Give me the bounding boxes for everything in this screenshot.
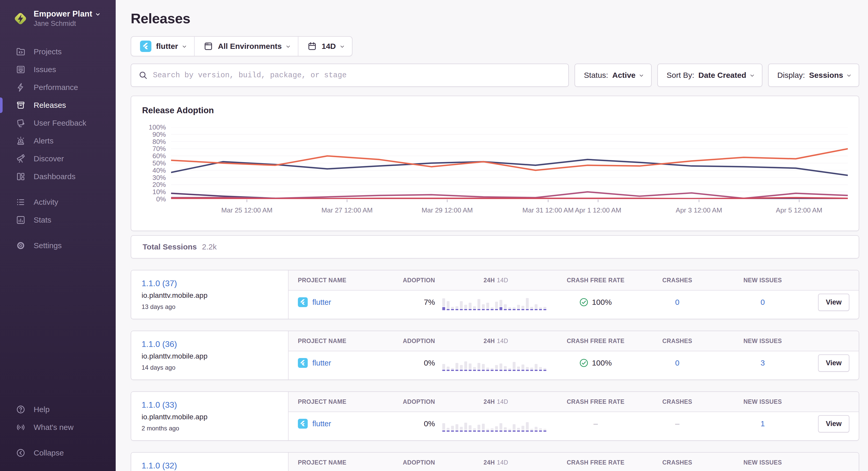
search-and-controls-row: Status: Active Sort By: Date Created Dis… bbox=[131, 64, 859, 87]
chart-y-axis: 100%90%80%70%60%50%40%30%20%10%0% bbox=[142, 127, 166, 199]
x-tick-mark bbox=[548, 200, 548, 202]
col-adoption: ADOPTION bbox=[394, 459, 435, 466]
sidebar-item-label: Discover bbox=[34, 154, 64, 163]
col-adoption: ADOPTION bbox=[394, 398, 435, 405]
project-link[interactable]: flutter bbox=[312, 359, 331, 367]
y-tick-label: 60% bbox=[152, 152, 166, 160]
col-crash-free-rate: CRASH FREE RATE bbox=[557, 338, 634, 345]
y-tick-label: 50% bbox=[152, 159, 166, 167]
col-24h-14d: 24H14D bbox=[435, 459, 557, 466]
release-projects-table: PROJECT NAME ADOPTION 24H14D CRASH FREE … bbox=[288, 331, 859, 379]
col-project-name: PROJECT NAME bbox=[298, 277, 394, 284]
y-tick-label: 90% bbox=[152, 130, 166, 138]
col-14d: 14D bbox=[497, 338, 508, 344]
search-input[interactable] bbox=[153, 71, 561, 79]
new-issues-link[interactable]: 3 bbox=[720, 359, 805, 367]
release-summary: 1.1.0 (32) io.planttv.mobile.app 2 month… bbox=[131, 452, 288, 471]
col-24h-14d: 24H14D bbox=[435, 338, 557, 345]
view-button[interactable]: View bbox=[818, 355, 849, 372]
sort-by-dropdown[interactable]: Sort By: Date Created bbox=[657, 64, 763, 87]
sidebar-item-whats-new[interactable]: What's new bbox=[0, 418, 116, 436]
date-range-filter[interactable]: 14D bbox=[298, 37, 352, 56]
sidebar-item-discover[interactable]: Discover bbox=[0, 150, 116, 168]
sidebar-item-issues[interactable]: Issues bbox=[0, 61, 116, 78]
view-button[interactable]: View bbox=[818, 415, 849, 433]
y-tick-label: 100% bbox=[149, 123, 166, 131]
crashes-link[interactable]: 0 bbox=[634, 359, 720, 367]
project-link[interactable]: flutter bbox=[312, 419, 331, 428]
flutter-project-icon bbox=[140, 41, 151, 52]
chart-title: Release Adoption bbox=[142, 105, 848, 115]
sidebar-item-label: What's new bbox=[34, 423, 73, 432]
sidebar-collapse-button[interactable]: Collapse bbox=[0, 444, 116, 462]
sidebar-item-dashboards[interactable]: Dashboards bbox=[0, 168, 116, 186]
page-title: Releases bbox=[131, 10, 859, 26]
x-tick-label: Apr 1 12:00 AM bbox=[575, 206, 621, 214]
status-dropdown-value: Active bbox=[612, 71, 636, 79]
total-sessions-card: Total Sessions 2.2k bbox=[131, 235, 859, 259]
table-header-row: PROJECT NAME ADOPTION 24H14D CRASH FREE … bbox=[288, 392, 859, 412]
sidebar-item-label: Issues bbox=[34, 65, 56, 74]
table-row: flutter 7% 100% 0 0 View bbox=[288, 291, 859, 314]
release-version-link[interactable]: 1.1.0 (37) bbox=[142, 279, 278, 288]
no-data-dash: – bbox=[593, 419, 598, 428]
table-header-row: PROJECT NAME ADOPTION 24H14D CRASH FREE … bbox=[288, 331, 859, 351]
release-summary: 1.1.0 (37) io.planttv.mobile.app 13 days… bbox=[131, 270, 288, 319]
main-content: Releases flutter All Environments bbox=[116, 0, 868, 471]
status-dropdown[interactable]: Status: Active bbox=[575, 64, 651, 87]
y-tick-label: 70% bbox=[152, 145, 166, 153]
search-icon bbox=[138, 71, 148, 80]
x-tick-label: Apr 5 12:00 AM bbox=[776, 206, 822, 214]
sidebar-item-stats[interactable]: Stats bbox=[0, 211, 116, 229]
project-filter[interactable]: flutter bbox=[131, 37, 194, 56]
date-range-filter-label: 14D bbox=[322, 42, 336, 51]
project-link[interactable]: flutter bbox=[312, 298, 331, 307]
sidebar-item-label: Stats bbox=[34, 215, 51, 224]
sentry-org-logo-icon bbox=[12, 10, 28, 27]
col-crashes: CRASHES bbox=[634, 277, 720, 284]
x-tick-mark bbox=[447, 200, 447, 202]
chevron-down-icon bbox=[750, 73, 754, 77]
page-filter-bar: flutter All Environments bbox=[131, 36, 352, 56]
release-version-link[interactable]: 1.1.0 (33) bbox=[142, 400, 278, 410]
table-header-row: PROJECT NAME ADOPTION 24H14D CRASH FREE … bbox=[288, 452, 859, 471]
display-dropdown[interactable]: Display: Sessions bbox=[768, 64, 859, 87]
release-summary: 1.1.0 (36) io.planttv.mobile.app 14 days… bbox=[131, 331, 288, 379]
telescope-icon bbox=[16, 154, 26, 164]
chart-plot: 100%90%80%70%60%50%40%30%20%10%0% bbox=[171, 127, 848, 199]
sidebar-item-settings[interactable]: Settings bbox=[0, 237, 116, 255]
broadcast-icon bbox=[16, 422, 26, 433]
sidebar-item-activity[interactable]: Activity bbox=[0, 193, 116, 211]
sidebar-item-releases[interactable]: Releases bbox=[0, 96, 116, 114]
crashes-link[interactable]: 0 bbox=[634, 298, 720, 307]
release-age: 14 days ago bbox=[142, 364, 278, 371]
col-new-issues: NEW ISSUES bbox=[720, 338, 805, 345]
table-header-row: PROJECT NAME ADOPTION 24H14D CRASH FREE … bbox=[288, 270, 859, 291]
new-issues-link[interactable]: 1 bbox=[720, 419, 805, 428]
sidebar-item-performance[interactable]: Performance bbox=[0, 78, 116, 96]
sidebar-item-projects[interactable]: Projects bbox=[0, 43, 116, 61]
new-issues-link[interactable]: 0 bbox=[720, 298, 805, 307]
environment-filter[interactable]: All Environments bbox=[194, 37, 298, 56]
sidebar-item-user-feedback[interactable]: User Feedback bbox=[0, 114, 116, 132]
sessions-sparkline bbox=[435, 355, 557, 371]
release-card: 1.1.0 (33) io.planttv.mobile.app 2 month… bbox=[131, 392, 859, 441]
app-window: Empower Plant Jane Schmidt Projects bbox=[0, 0, 868, 471]
col-project-name: PROJECT NAME bbox=[298, 338, 394, 345]
release-version-link[interactable]: 1.1.0 (36) bbox=[142, 339, 278, 349]
col-crash-free-rate: CRASH FREE RATE bbox=[557, 277, 634, 284]
flutter-project-icon bbox=[298, 358, 308, 368]
view-button[interactable]: View bbox=[818, 294, 849, 311]
y-tick-label: 10% bbox=[152, 188, 166, 196]
sidebar-item-help[interactable]: Help bbox=[0, 400, 116, 418]
x-tick-mark bbox=[347, 200, 347, 202]
crash-free-rate-value: 100% bbox=[592, 359, 612, 367]
activity-list-icon bbox=[16, 197, 26, 207]
sidebar-item-label: User Feedback bbox=[34, 119, 86, 128]
total-sessions-value: 2.2k bbox=[202, 242, 217, 251]
sidebar-item-alerts[interactable]: Alerts bbox=[0, 132, 116, 150]
release-version-link[interactable]: 1.1.0 (32) bbox=[142, 461, 278, 470]
sidebar: Empower Plant Jane Schmidt Projects bbox=[0, 0, 116, 471]
org-switcher[interactable]: Empower Plant Jane Schmidt bbox=[0, 8, 116, 29]
y-tick-label: 20% bbox=[152, 181, 166, 189]
